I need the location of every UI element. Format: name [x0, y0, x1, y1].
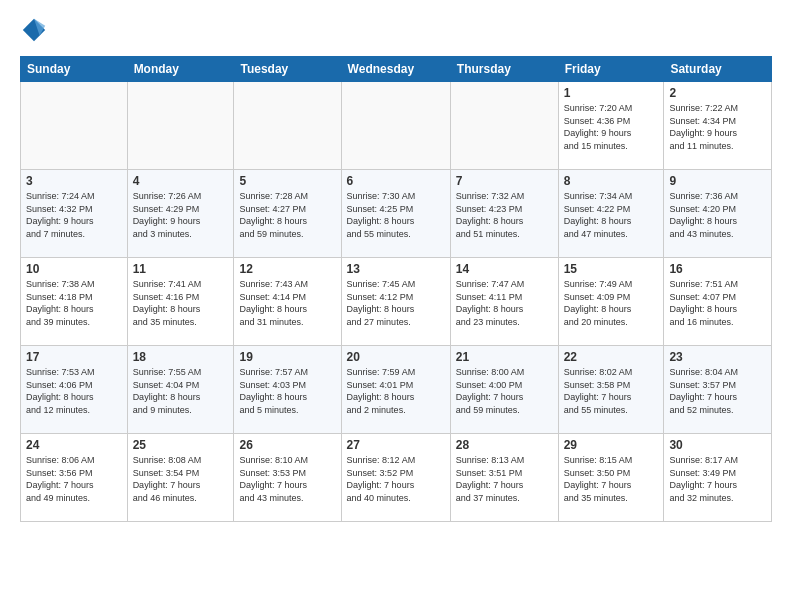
day-number: 22	[564, 350, 659, 364]
calendar-cell: 27Sunrise: 8:12 AM Sunset: 3:52 PM Dayli…	[341, 434, 450, 522]
day-info: Sunrise: 8:08 AM Sunset: 3:54 PM Dayligh…	[133, 454, 229, 504]
calendar-cell	[234, 82, 341, 170]
calendar-cell: 2Sunrise: 7:22 AM Sunset: 4:34 PM Daylig…	[664, 82, 772, 170]
calendar-cell: 16Sunrise: 7:51 AM Sunset: 4:07 PM Dayli…	[664, 258, 772, 346]
day-info: Sunrise: 8:17 AM Sunset: 3:49 PM Dayligh…	[669, 454, 766, 504]
header	[20, 16, 772, 44]
day-number: 14	[456, 262, 553, 276]
calendar-cell: 9Sunrise: 7:36 AM Sunset: 4:20 PM Daylig…	[664, 170, 772, 258]
calendar-cell: 23Sunrise: 8:04 AM Sunset: 3:57 PM Dayli…	[664, 346, 772, 434]
day-info: Sunrise: 7:34 AM Sunset: 4:22 PM Dayligh…	[564, 190, 659, 240]
calendar-cell	[450, 82, 558, 170]
calendar-cell: 12Sunrise: 7:43 AM Sunset: 4:14 PM Dayli…	[234, 258, 341, 346]
calendar-cell: 18Sunrise: 7:55 AM Sunset: 4:04 PM Dayli…	[127, 346, 234, 434]
weekday-header: Monday	[127, 57, 234, 82]
day-number: 20	[347, 350, 445, 364]
calendar-cell: 30Sunrise: 8:17 AM Sunset: 3:49 PM Dayli…	[664, 434, 772, 522]
day-info: Sunrise: 8:02 AM Sunset: 3:58 PM Dayligh…	[564, 366, 659, 416]
day-info: Sunrise: 7:55 AM Sunset: 4:04 PM Dayligh…	[133, 366, 229, 416]
day-info: Sunrise: 7:24 AM Sunset: 4:32 PM Dayligh…	[26, 190, 122, 240]
day-info: Sunrise: 8:10 AM Sunset: 3:53 PM Dayligh…	[239, 454, 335, 504]
calendar-cell: 11Sunrise: 7:41 AM Sunset: 4:16 PM Dayli…	[127, 258, 234, 346]
day-info: Sunrise: 7:32 AM Sunset: 4:23 PM Dayligh…	[456, 190, 553, 240]
day-number: 19	[239, 350, 335, 364]
day-info: Sunrise: 8:12 AM Sunset: 3:52 PM Dayligh…	[347, 454, 445, 504]
day-number: 29	[564, 438, 659, 452]
day-info: Sunrise: 8:15 AM Sunset: 3:50 PM Dayligh…	[564, 454, 659, 504]
day-number: 10	[26, 262, 122, 276]
calendar-cell: 22Sunrise: 8:02 AM Sunset: 3:58 PM Dayli…	[558, 346, 664, 434]
calendar-cell: 26Sunrise: 8:10 AM Sunset: 3:53 PM Dayli…	[234, 434, 341, 522]
logo	[20, 16, 52, 44]
calendar-cell: 24Sunrise: 8:06 AM Sunset: 3:56 PM Dayli…	[21, 434, 128, 522]
day-info: Sunrise: 7:45 AM Sunset: 4:12 PM Dayligh…	[347, 278, 445, 328]
calendar-cell: 21Sunrise: 8:00 AM Sunset: 4:00 PM Dayli…	[450, 346, 558, 434]
weekday-header: Sunday	[21, 57, 128, 82]
weekday-header-row: SundayMondayTuesdayWednesdayThursdayFrid…	[21, 57, 772, 82]
day-info: Sunrise: 7:41 AM Sunset: 4:16 PM Dayligh…	[133, 278, 229, 328]
calendar-cell: 1Sunrise: 7:20 AM Sunset: 4:36 PM Daylig…	[558, 82, 664, 170]
day-number: 7	[456, 174, 553, 188]
day-number: 11	[133, 262, 229, 276]
day-info: Sunrise: 7:59 AM Sunset: 4:01 PM Dayligh…	[347, 366, 445, 416]
day-number: 30	[669, 438, 766, 452]
day-info: Sunrise: 7:43 AM Sunset: 4:14 PM Dayligh…	[239, 278, 335, 328]
calendar-cell: 19Sunrise: 7:57 AM Sunset: 4:03 PM Dayli…	[234, 346, 341, 434]
logo-icon	[20, 16, 48, 44]
day-info: Sunrise: 7:28 AM Sunset: 4:27 PM Dayligh…	[239, 190, 335, 240]
weekday-header: Tuesday	[234, 57, 341, 82]
day-info: Sunrise: 7:53 AM Sunset: 4:06 PM Dayligh…	[26, 366, 122, 416]
day-number: 8	[564, 174, 659, 188]
calendar-cell: 13Sunrise: 7:45 AM Sunset: 4:12 PM Dayli…	[341, 258, 450, 346]
day-info: Sunrise: 8:00 AM Sunset: 4:00 PM Dayligh…	[456, 366, 553, 416]
day-number: 26	[239, 438, 335, 452]
calendar-cell: 6Sunrise: 7:30 AM Sunset: 4:25 PM Daylig…	[341, 170, 450, 258]
calendar-cell	[21, 82, 128, 170]
calendar-cell: 7Sunrise: 7:32 AM Sunset: 4:23 PM Daylig…	[450, 170, 558, 258]
day-number: 6	[347, 174, 445, 188]
calendar-cell: 29Sunrise: 8:15 AM Sunset: 3:50 PM Dayli…	[558, 434, 664, 522]
calendar-cell: 17Sunrise: 7:53 AM Sunset: 4:06 PM Dayli…	[21, 346, 128, 434]
day-info: Sunrise: 7:30 AM Sunset: 4:25 PM Dayligh…	[347, 190, 445, 240]
calendar-week-row: 10Sunrise: 7:38 AM Sunset: 4:18 PM Dayli…	[21, 258, 772, 346]
page-container: SundayMondayTuesdayWednesdayThursdayFrid…	[0, 0, 792, 532]
day-number: 15	[564, 262, 659, 276]
calendar-cell: 4Sunrise: 7:26 AM Sunset: 4:29 PM Daylig…	[127, 170, 234, 258]
day-number: 23	[669, 350, 766, 364]
calendar-cell	[341, 82, 450, 170]
day-number: 17	[26, 350, 122, 364]
calendar-cell: 25Sunrise: 8:08 AM Sunset: 3:54 PM Dayli…	[127, 434, 234, 522]
calendar-week-row: 3Sunrise: 7:24 AM Sunset: 4:32 PM Daylig…	[21, 170, 772, 258]
calendar-cell: 20Sunrise: 7:59 AM Sunset: 4:01 PM Dayli…	[341, 346, 450, 434]
calendar-week-row: 1Sunrise: 7:20 AM Sunset: 4:36 PM Daylig…	[21, 82, 772, 170]
weekday-header: Wednesday	[341, 57, 450, 82]
calendar-cell: 10Sunrise: 7:38 AM Sunset: 4:18 PM Dayli…	[21, 258, 128, 346]
day-info: Sunrise: 8:13 AM Sunset: 3:51 PM Dayligh…	[456, 454, 553, 504]
day-number: 25	[133, 438, 229, 452]
weekday-header: Friday	[558, 57, 664, 82]
day-number: 3	[26, 174, 122, 188]
day-number: 16	[669, 262, 766, 276]
calendar-week-row: 24Sunrise: 8:06 AM Sunset: 3:56 PM Dayli…	[21, 434, 772, 522]
day-number: 28	[456, 438, 553, 452]
day-info: Sunrise: 8:04 AM Sunset: 3:57 PM Dayligh…	[669, 366, 766, 416]
calendar-cell: 3Sunrise: 7:24 AM Sunset: 4:32 PM Daylig…	[21, 170, 128, 258]
calendar-cell: 5Sunrise: 7:28 AM Sunset: 4:27 PM Daylig…	[234, 170, 341, 258]
day-number: 18	[133, 350, 229, 364]
day-info: Sunrise: 7:47 AM Sunset: 4:11 PM Dayligh…	[456, 278, 553, 328]
day-info: Sunrise: 8:06 AM Sunset: 3:56 PM Dayligh…	[26, 454, 122, 504]
day-info: Sunrise: 7:49 AM Sunset: 4:09 PM Dayligh…	[564, 278, 659, 328]
calendar-cell: 14Sunrise: 7:47 AM Sunset: 4:11 PM Dayli…	[450, 258, 558, 346]
weekday-header: Saturday	[664, 57, 772, 82]
calendar: SundayMondayTuesdayWednesdayThursdayFrid…	[20, 56, 772, 522]
day-info: Sunrise: 7:38 AM Sunset: 4:18 PM Dayligh…	[26, 278, 122, 328]
calendar-cell	[127, 82, 234, 170]
day-number: 27	[347, 438, 445, 452]
day-number: 1	[564, 86, 659, 100]
day-info: Sunrise: 7:22 AM Sunset: 4:34 PM Dayligh…	[669, 102, 766, 152]
calendar-cell: 15Sunrise: 7:49 AM Sunset: 4:09 PM Dayli…	[558, 258, 664, 346]
day-number: 2	[669, 86, 766, 100]
day-info: Sunrise: 7:26 AM Sunset: 4:29 PM Dayligh…	[133, 190, 229, 240]
day-number: 5	[239, 174, 335, 188]
calendar-week-row: 17Sunrise: 7:53 AM Sunset: 4:06 PM Dayli…	[21, 346, 772, 434]
